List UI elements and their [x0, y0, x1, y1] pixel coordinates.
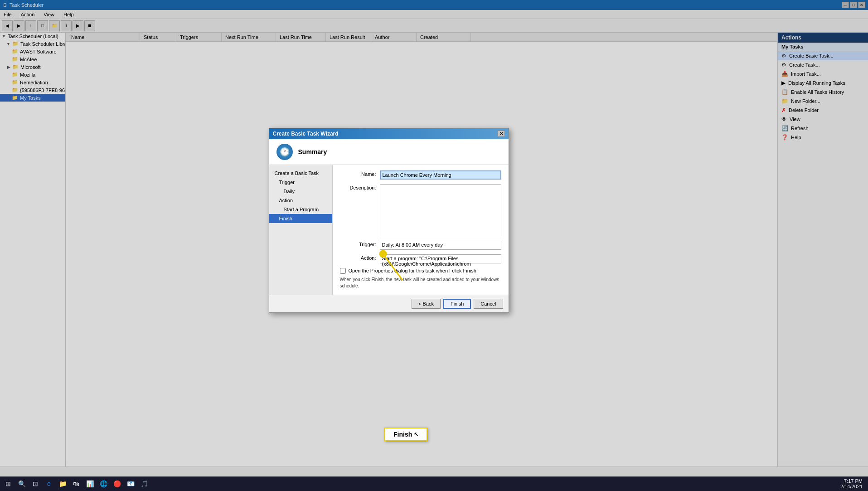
callout-cursor-icon: ↖ [414, 431, 418, 438]
step-action[interactable]: Action [269, 196, 332, 205]
form-note: When you click Finish, the new task will… [340, 277, 501, 289]
taskbar-app4-icon[interactable]: 📧 [124, 477, 137, 490]
taskbar-time: 7:17 PM [840, 478, 863, 484]
step-finish[interactable]: Finish [269, 214, 332, 223]
search-button[interactable]: 🔍 [15, 477, 28, 490]
step-trigger[interactable]: Trigger [269, 178, 332, 187]
taskbar-store-icon[interactable]: 🛍 [70, 477, 82, 490]
action-label: Action: [340, 254, 376, 261]
open-properties-checkbox[interactable] [340, 268, 346, 274]
step-create-basic-task[interactable]: Create a Basic Task [269, 169, 332, 178]
form-row-name: Name: [340, 170, 501, 180]
step-daily[interactable]: Daily [269, 187, 332, 196]
form-row-action: Action: Start a program: "C:\Program Fil… [340, 254, 501, 263]
taskbar-explorer-icon[interactable]: 📁 [56, 477, 69, 490]
finish-button[interactable]: Finish [443, 299, 471, 309]
taskbar-date: 2/14/2021 [840, 484, 863, 489]
dialog-close-btn[interactable]: ✕ [498, 131, 505, 137]
taskbar-app2-icon[interactable]: 🌐 [97, 477, 110, 490]
task-view-button[interactable]: ⊡ [29, 477, 42, 490]
start-button[interactable]: ⊞ [2, 477, 15, 490]
trigger-value: Daily: At 8:00 AM every day [380, 241, 501, 250]
form-row-description: Description: [340, 184, 501, 236]
dialog-header-title: Summary [298, 148, 327, 156]
dialog: Create Basic Task Wizard ✕ 🕐 Summary Cre… [269, 128, 509, 313]
taskbar-clock: 7:17 PM 2/14/2021 [840, 478, 866, 489]
dialog-header-icon: 🕐 [276, 144, 293, 160]
description-label: Description: [340, 184, 376, 190]
modal-overlay: Create Basic Task Wizard ✕ 🕐 Summary Cre… [0, 0, 868, 476]
taskbar-app5-icon[interactable]: 🎵 [138, 477, 150, 490]
step-start-program[interactable]: Start a Program [269, 205, 332, 214]
name-input[interactable] [380, 170, 501, 180]
form-checkbox-row: Open the Properties dialog for this task… [340, 268, 501, 274]
steps-nav: Create a Basic Task Trigger Daily Action… [269, 165, 333, 295]
action-value: Start a program: "C:\Program Files (x86)… [380, 254, 501, 263]
taskbar-edge-icon[interactable]: e [43, 477, 55, 490]
callout-finish-box: Finish ↖ [384, 428, 427, 441]
callout-finish-label: Finish [393, 431, 412, 438]
description-textarea[interactable] [380, 184, 501, 236]
dialog-titlebar: Create Basic Task Wizard ✕ [269, 128, 509, 139]
taskbar: ⊞ 🔍 ⊡ e 📁 🛍 📊 🌐 🔴 📧 🎵 7:17 PM 2/14/2021 [0, 476, 868, 491]
dialog-body: Create a Basic Task Trigger Daily Action… [269, 165, 509, 295]
dialog-footer: < Back Finish Cancel [269, 295, 509, 312]
form-row-trigger: Trigger: Daily: At 8:00 AM every day [340, 241, 501, 250]
clock-icon: 🕐 [280, 147, 290, 157]
taskbar-app1-icon[interactable]: 📊 [83, 477, 96, 490]
name-label: Name: [340, 170, 376, 177]
taskbar-app3-icon[interactable]: 🔴 [111, 477, 123, 490]
form-area: Name: Description: Trigger: Daily: At 8:… [333, 165, 509, 295]
trigger-label: Trigger: [340, 241, 376, 247]
open-properties-label: Open the Properties dialog for this task… [349, 268, 476, 273]
back-button[interactable]: < Back [412, 299, 441, 309]
dialog-header: 🕐 Summary [269, 139, 509, 165]
dialog-title: Create Basic Task Wizard [273, 131, 339, 137]
cancel-button[interactable]: Cancel [474, 299, 503, 309]
